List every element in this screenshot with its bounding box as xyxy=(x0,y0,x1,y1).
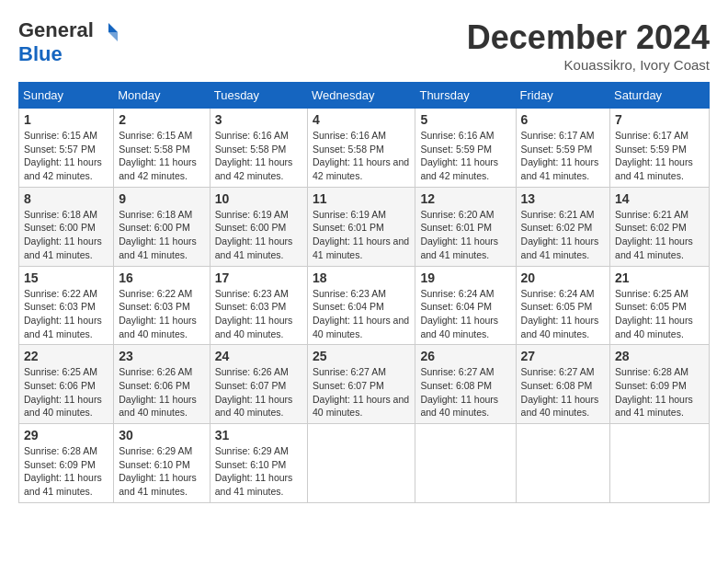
col-tuesday: Tuesday xyxy=(210,83,307,109)
table-row: 29Sunrise: 6:28 AMSunset: 6:09 PMDayligh… xyxy=(19,424,114,503)
day-info: Sunrise: 6:19 AMSunset: 6:00 PMDaylight:… xyxy=(215,209,293,260)
table-row: 6Sunrise: 6:17 AMSunset: 5:59 PMDaylight… xyxy=(516,109,610,188)
table-row xyxy=(308,424,415,503)
logo-blue: Blue xyxy=(18,42,118,66)
table-row: 5Sunrise: 6:16 AMSunset: 5:59 PMDaylight… xyxy=(415,109,516,188)
calendar-table: Sunday Monday Tuesday Wednesday Thursday… xyxy=(18,82,710,503)
table-row: 16Sunrise: 6:22 AMSunset: 6:03 PMDayligh… xyxy=(114,266,210,345)
day-info: Sunrise: 6:21 AMSunset: 6:02 PMDaylight:… xyxy=(615,209,693,260)
day-number: 11 xyxy=(313,191,410,206)
day-number: 18 xyxy=(313,270,410,285)
day-number: 12 xyxy=(420,191,510,206)
day-info: Sunrise: 6:18 AMSunset: 6:00 PMDaylight:… xyxy=(119,209,197,260)
calendar-week-row: 29Sunrise: 6:28 AMSunset: 6:09 PMDayligh… xyxy=(19,424,710,503)
day-number: 10 xyxy=(215,191,302,206)
day-number: 24 xyxy=(215,349,302,363)
day-number: 20 xyxy=(521,270,606,285)
day-info: Sunrise: 6:17 AMSunset: 5:59 PMDaylight:… xyxy=(615,130,693,181)
table-row: 25Sunrise: 6:27 AMSunset: 6:07 PMDayligh… xyxy=(308,345,415,424)
day-number: 16 xyxy=(119,270,204,285)
day-info: Sunrise: 6:15 AMSunset: 5:58 PMDaylight:… xyxy=(119,130,197,181)
day-number: 27 xyxy=(521,349,606,363)
day-number: 4 xyxy=(313,112,410,127)
calendar-week-row: 8Sunrise: 6:18 AMSunset: 6:00 PMDaylight… xyxy=(19,187,710,266)
table-row: 27Sunrise: 6:27 AMSunset: 6:08 PMDayligh… xyxy=(516,345,610,424)
day-number: 29 xyxy=(24,428,108,442)
table-row: 4Sunrise: 6:16 AMSunset: 5:58 PMDaylight… xyxy=(308,109,415,188)
table-row: 30Sunrise: 6:29 AMSunset: 6:10 PMDayligh… xyxy=(114,424,210,503)
day-info: Sunrise: 6:17 AMSunset: 5:59 PMDaylight:… xyxy=(521,130,599,181)
logo-icon xyxy=(96,19,118,41)
day-number: 31 xyxy=(215,428,302,442)
day-number: 13 xyxy=(521,191,606,206)
day-info: Sunrise: 6:19 AMSunset: 6:01 PMDaylight:… xyxy=(313,209,409,260)
day-info: Sunrise: 6:24 AMSunset: 6:04 PMDaylight:… xyxy=(420,288,498,339)
day-number: 22 xyxy=(24,349,108,363)
day-number: 15 xyxy=(24,270,108,285)
table-row: 31Sunrise: 6:29 AMSunset: 6:10 PMDayligh… xyxy=(210,424,307,503)
day-info: Sunrise: 6:25 AMSunset: 6:06 PMDaylight:… xyxy=(24,366,102,418)
calendar-body: 1Sunrise: 6:15 AMSunset: 5:57 PMDaylight… xyxy=(19,109,710,503)
day-number: 23 xyxy=(119,349,204,363)
table-row: 12Sunrise: 6:20 AMSunset: 6:01 PMDayligh… xyxy=(415,187,516,266)
col-thursday: Thursday xyxy=(415,83,516,109)
day-info: Sunrise: 6:27 AMSunset: 6:08 PMDaylight:… xyxy=(521,366,599,418)
location: Kouassikro, Ivory Coast xyxy=(467,57,710,73)
calendar-header-row: Sunday Monday Tuesday Wednesday Thursday… xyxy=(19,83,710,109)
day-info: Sunrise: 6:27 AMSunset: 6:07 PMDaylight:… xyxy=(313,366,409,418)
col-wednesday: Wednesday xyxy=(308,83,415,109)
title-block: December 2024 Kouassikro, Ivory Coast xyxy=(467,18,710,73)
logo: General Blue xyxy=(18,18,118,66)
table-row: 24Sunrise: 6:26 AMSunset: 6:07 PMDayligh… xyxy=(210,345,307,424)
day-info: Sunrise: 6:24 AMSunset: 6:05 PMDaylight:… xyxy=(521,288,599,339)
calendar-week-row: 15Sunrise: 6:22 AMSunset: 6:03 PMDayligh… xyxy=(19,266,710,345)
table-row xyxy=(610,424,710,503)
day-info: Sunrise: 6:23 AMSunset: 6:03 PMDaylight:… xyxy=(215,288,293,339)
day-number: 25 xyxy=(313,349,410,363)
day-number: 1 xyxy=(24,112,108,127)
day-number: 30 xyxy=(119,428,204,442)
table-row: 3Sunrise: 6:16 AMSunset: 5:58 PMDaylight… xyxy=(210,109,307,188)
table-row: 2Sunrise: 6:15 AMSunset: 5:58 PMDaylight… xyxy=(114,109,210,188)
day-info: Sunrise: 6:26 AMSunset: 6:06 PMDaylight:… xyxy=(119,366,197,418)
table-row: 1Sunrise: 6:15 AMSunset: 5:57 PMDaylight… xyxy=(19,109,114,188)
table-row: 19Sunrise: 6:24 AMSunset: 6:04 PMDayligh… xyxy=(415,266,516,345)
day-number: 14 xyxy=(615,191,704,206)
day-info: Sunrise: 6:25 AMSunset: 6:05 PMDaylight:… xyxy=(615,288,693,339)
day-number: 19 xyxy=(420,270,510,285)
day-info: Sunrise: 6:16 AMSunset: 5:58 PMDaylight:… xyxy=(215,130,293,181)
day-info: Sunrise: 6:18 AMSunset: 6:00 PMDaylight:… xyxy=(24,209,102,260)
col-friday: Friday xyxy=(516,83,610,109)
table-row: 18Sunrise: 6:23 AMSunset: 6:04 PMDayligh… xyxy=(308,266,415,345)
logo-general: General xyxy=(18,18,94,42)
day-number: 9 xyxy=(119,191,204,206)
day-info: Sunrise: 6:28 AMSunset: 6:09 PMDaylight:… xyxy=(24,445,102,497)
table-row xyxy=(415,424,516,503)
table-row: 21Sunrise: 6:25 AMSunset: 6:05 PMDayligh… xyxy=(610,266,710,345)
day-info: Sunrise: 6:15 AMSunset: 5:57 PMDaylight:… xyxy=(24,130,102,181)
col-monday: Monday xyxy=(114,83,210,109)
col-sunday: Sunday xyxy=(19,83,114,109)
day-info: Sunrise: 6:22 AMSunset: 6:03 PMDaylight:… xyxy=(24,288,102,339)
table-row: 22Sunrise: 6:25 AMSunset: 6:06 PMDayligh… xyxy=(19,345,114,424)
day-number: 3 xyxy=(215,112,302,127)
page-header: General Blue December 2024 Kouassikro, I… xyxy=(18,18,710,73)
table-row: 26Sunrise: 6:27 AMSunset: 6:08 PMDayligh… xyxy=(415,345,516,424)
table-row: 15Sunrise: 6:22 AMSunset: 6:03 PMDayligh… xyxy=(19,266,114,345)
day-info: Sunrise: 6:27 AMSunset: 6:08 PMDaylight:… xyxy=(420,366,498,418)
table-row: 20Sunrise: 6:24 AMSunset: 6:05 PMDayligh… xyxy=(516,266,610,345)
day-number: 21 xyxy=(615,270,704,285)
day-info: Sunrise: 6:26 AMSunset: 6:07 PMDaylight:… xyxy=(215,366,293,418)
day-number: 5 xyxy=(420,112,510,127)
day-info: Sunrise: 6:23 AMSunset: 6:04 PMDaylight:… xyxy=(313,288,409,339)
calendar-week-row: 1Sunrise: 6:15 AMSunset: 5:57 PMDaylight… xyxy=(19,109,710,188)
table-row: 13Sunrise: 6:21 AMSunset: 6:02 PMDayligh… xyxy=(516,187,610,266)
table-row: 11Sunrise: 6:19 AMSunset: 6:01 PMDayligh… xyxy=(308,187,415,266)
table-row: 14Sunrise: 6:21 AMSunset: 6:02 PMDayligh… xyxy=(610,187,710,266)
table-row: 9Sunrise: 6:18 AMSunset: 6:00 PMDaylight… xyxy=(114,187,210,266)
day-info: Sunrise: 6:16 AMSunset: 5:59 PMDaylight:… xyxy=(420,130,498,181)
day-info: Sunrise: 6:21 AMSunset: 6:02 PMDaylight:… xyxy=(521,209,599,260)
table-row: 7Sunrise: 6:17 AMSunset: 5:59 PMDaylight… xyxy=(610,109,710,188)
calendar-week-row: 22Sunrise: 6:25 AMSunset: 6:06 PMDayligh… xyxy=(19,345,710,424)
svg-marker-0 xyxy=(108,23,118,32)
